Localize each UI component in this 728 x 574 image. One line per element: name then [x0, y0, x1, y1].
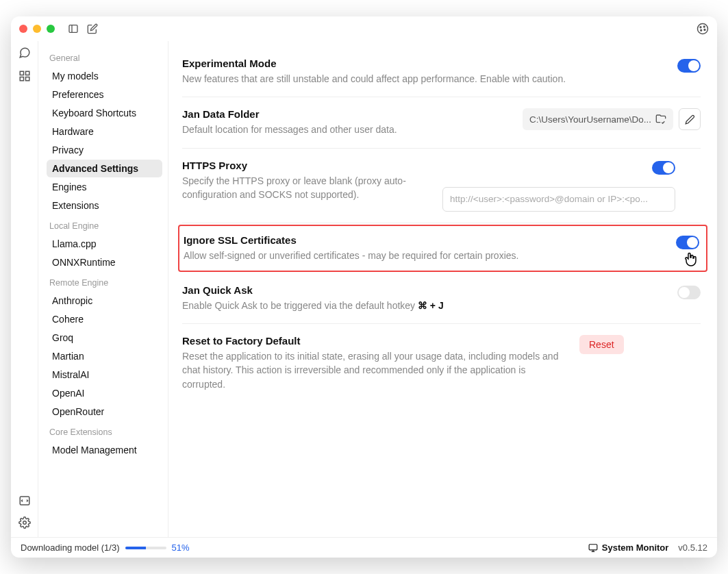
setting-desc: Allow self-signed or unverified certific… — [184, 249, 662, 262]
svg-rect-0 — [69, 25, 77, 33]
setting-title: Reset to Factory Default — [182, 335, 566, 347]
section-label: Remote Engine — [49, 278, 162, 288]
setting-desc: New features that are still unstable and… — [182, 72, 664, 86]
svg-point-4 — [703, 26, 705, 27]
path-text: C:\Users\YourUsername\Do... — [529, 114, 651, 125]
setting-title: Jan Quick Ask — [182, 284, 664, 296]
svg-point-2 — [698, 24, 708, 34]
close-window-button[interactable] — [19, 25, 27, 33]
download-status: Downloading model (1/3) — [21, 542, 120, 553]
sidebar-item-openai[interactable]: OpenAI — [47, 384, 162, 402]
svg-rect-10 — [25, 77, 29, 81]
section-label: Core Extensions — [49, 427, 162, 437]
window-controls — [19, 25, 55, 33]
setting-title: Jan Data Folder — [182, 108, 509, 120]
sidebar-item-model-management[interactable]: Model Management — [47, 441, 162, 459]
section-label: General — [49, 53, 162, 63]
sidebar-item-my-models[interactable]: My models — [47, 67, 162, 85]
svg-point-12 — [23, 521, 26, 525]
ssl-toggle[interactable] — [676, 236, 699, 249]
setting-experimental-mode: Experimental Mode New features that are … — [182, 47, 701, 97]
section-label: Local Engine — [49, 221, 162, 231]
chat-icon[interactable] — [18, 47, 31, 59]
code-icon[interactable] — [18, 495, 31, 507]
svg-rect-13 — [589, 544, 597, 549]
reset-button[interactable]: Reset — [579, 335, 624, 354]
sidebar-item-cohere[interactable]: Cohere — [47, 310, 162, 328]
palette-icon[interactable] — [696, 23, 709, 35]
sidebar-item-hardware[interactable]: Hardware — [47, 123, 162, 140]
sidebar-item-extensions[interactable]: Extensions — [47, 197, 162, 214]
monitor-icon — [588, 543, 598, 553]
download-progress — [125, 547, 166, 549]
svg-rect-8 — [25, 71, 29, 75]
sidebar-item-advanced-settings[interactable]: Advanced Settings — [47, 160, 162, 177]
sidebar-item-engines[interactable]: Engines — [47, 178, 162, 196]
panel-toggle-icon[interactable] — [67, 23, 79, 35]
edit-folder-button[interactable] — [679, 108, 701, 130]
sidebar-item-preferences[interactable]: Preferences — [47, 86, 162, 103]
setting-data-folder: Jan Data Folder Default location for mes… — [182, 97, 701, 148]
setting-title: HTTPS Proxy — [182, 160, 429, 171]
cursor-hand-icon — [683, 251, 699, 269]
svg-point-6 — [701, 29, 702, 31]
setting-desc: Specify the HTTPS proxy or leave blank (… — [182, 174, 429, 202]
quickask-toggle[interactable] — [677, 286, 701, 299]
highlighted-setting: Ignore SSL Certificates Allow self-signe… — [178, 225, 707, 272]
titlebar — [11, 16, 717, 41]
grid-icon[interactable] — [18, 70, 31, 82]
svg-point-5 — [704, 29, 705, 31]
sidebar-item-martian[interactable]: Martian — [47, 347, 162, 365]
settings-gear-icon[interactable] — [18, 516, 31, 529]
settings-sidebar: GeneralMy modelsPreferencesKeyboard Shor… — [38, 41, 168, 537]
svg-rect-9 — [20, 77, 23, 81]
setting-title: Ignore SSL Certificates — [184, 234, 662, 246]
sidebar-item-openrouter[interactable]: OpenRouter — [47, 403, 162, 421]
sidebar-item-llama.cpp[interactable]: Llama.cpp — [47, 235, 162, 253]
proxy-toggle[interactable] — [652, 161, 675, 175]
new-note-icon[interactable] — [86, 23, 99, 35]
setting-quick-ask: Jan Quick Ask Enable Quick Ask to be tri… — [182, 273, 701, 324]
download-percent: 51% — [172, 542, 190, 553]
settings-main: Experimental Mode New features that are … — [168, 41, 717, 537]
sidebar-item-anthropic[interactable]: Anthropic — [47, 292, 162, 310]
sidebar-item-groq[interactable]: Groq — [47, 329, 162, 347]
hotkey-label: ⌘ + J — [418, 300, 444, 311]
folder-icon — [655, 114, 666, 125]
proxy-input[interactable] — [442, 187, 675, 212]
left-rail — [11, 41, 38, 537]
minimize-window-button[interactable] — [33, 25, 41, 33]
sidebar-item-privacy[interactable]: Privacy — [47, 141, 162, 159]
maximize-window-button[interactable] — [47, 25, 55, 33]
svg-rect-7 — [20, 71, 23, 75]
svg-point-3 — [700, 27, 701, 28]
sidebar-item-mistralai[interactable]: MistralAI — [47, 366, 162, 384]
statusbar: Downloading model (1/3) 51% System Monit… — [11, 537, 717, 558]
setting-reset: Reset to Factory Default Reset the appli… — [182, 324, 701, 402]
data-folder-path[interactable]: C:\Users\YourUsername\Do... — [523, 108, 673, 130]
setting-desc: Reset the application to its initial sta… — [182, 349, 566, 391]
version-label: v0.5.12 — [678, 542, 707, 553]
setting-desc: Enable Quick Ask to be triggered via the… — [182, 299, 664, 312]
experimental-toggle[interactable] — [677, 59, 701, 73]
pencil-icon — [685, 114, 695, 125]
sidebar-item-onnxruntime[interactable]: ONNXRuntime — [47, 253, 162, 271]
setting-title: Experimental Mode — [182, 58, 664, 69]
system-monitor-button[interactable]: System Monitor — [588, 542, 669, 553]
sidebar-item-keyboard-shortcuts[interactable]: Keyboard Shortcuts — [47, 104, 162, 122]
setting-https-proxy: HTTPS Proxy Specify the HTTPS proxy or l… — [182, 149, 701, 223]
setting-desc: Default location for messages and other … — [182, 123, 509, 136]
